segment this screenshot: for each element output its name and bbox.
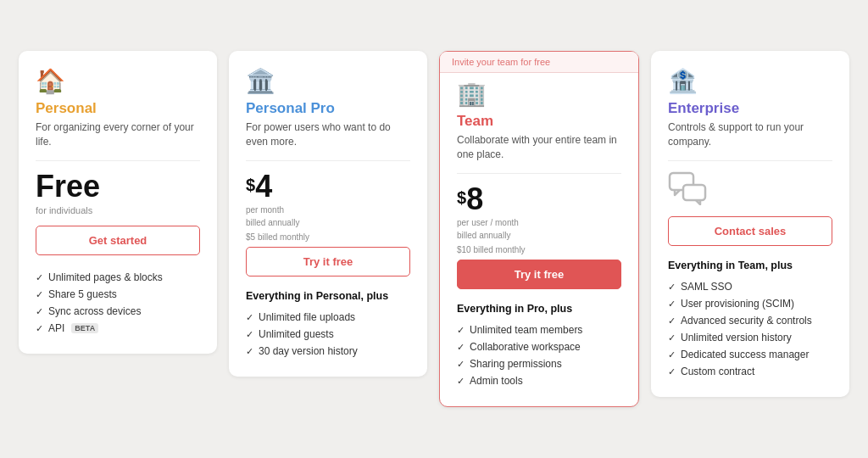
check-icon: ✓ — [36, 306, 43, 317]
price-block-enterprise — [668, 171, 832, 209]
price-block-team: $8 per user / month billed annually $10 … — [457, 184, 621, 256]
feature-list-pro: ✓Unlimited file uploads ✓Unlimited guest… — [246, 309, 410, 360]
feature-text: 30 day version history — [259, 345, 358, 357]
enterprise-icon: 🏦 — [668, 70, 832, 93]
team-icon: 🏢 — [457, 82, 621, 106]
feature-text: Dedicated success manager — [681, 349, 809, 360]
price-monthly-team: $10 billed monthly — [457, 243, 621, 256]
price-monthly-pro: $5 billed monthly — [246, 231, 410, 243]
plan-desc-team: Collaborate with your entire team in one… — [457, 133, 621, 162]
feature-text: Sharing permissions — [470, 358, 562, 370]
feature-text: Unlimited guests — [259, 328, 334, 340]
check-icon: ✓ — [246, 346, 253, 357]
feature-item: ✓Dedicated success manager — [668, 346, 832, 363]
check-icon: ✓ — [457, 325, 465, 336]
feature-item: ✓Sync across devices — [36, 303, 200, 320]
chat-icon — [668, 171, 832, 209]
feature-item: ✓Admin tools — [457, 372, 621, 389]
cta-personal[interactable]: Get started — [36, 226, 200, 255]
personal-pro-icon: 🏛️ — [246, 70, 410, 93]
plan-card-personal-pro: 🏛️ Personal Pro For power users who want… — [229, 51, 427, 377]
feature-text: Unlimited pages & blocks — [48, 271, 163, 283]
check-icon: ✓ — [457, 342, 465, 353]
check-icon: ✓ — [668, 349, 676, 360]
check-icon: ✓ — [457, 376, 465, 387]
feature-text: API — [48, 322, 64, 334]
feature-item: ✓Unlimited file uploads — [246, 309, 410, 326]
features-heading-team: Everything in Pro, plus — [457, 303, 621, 315]
price-personal: Free — [36, 171, 200, 202]
check-icon: ✓ — [246, 329, 253, 340]
plan-card-team: Invite your team for free 🏢 Team Collabo… — [439, 51, 639, 408]
check-icon: ✓ — [36, 272, 43, 283]
feature-item: ✓Unlimited pages & blocks — [36, 269, 200, 286]
price-pro: $4 — [246, 171, 410, 202]
feature-text: Advanced security & controls — [681, 315, 812, 327]
check-icon: ✓ — [246, 312, 253, 323]
price-team: $8 — [457, 184, 621, 215]
feature-text: SAML SSO — [681, 281, 732, 293]
feature-text: Admin tools — [470, 375, 523, 387]
pricing-container: 🏠 Personal For organizing every corner o… — [19, 51, 849, 408]
check-icon: ✓ — [457, 359, 465, 370]
feature-item: ✓Unlimited team members — [457, 321, 621, 338]
plan-desc-enterprise: Controls & support to run your company. — [668, 120, 832, 149]
feature-text: Unlimited version history — [681, 332, 792, 344]
plan-name-team: Team — [457, 113, 621, 130]
plan-desc-personal: For organizing every corner of your life… — [36, 120, 200, 149]
plan-name-personal-pro: Personal Pro — [246, 100, 410, 117]
feature-item: ✓Custom contract — [668, 363, 832, 380]
featured-badge: Invite your team for free — [440, 52, 638, 73]
feature-item: ✓User provisioning (SCIM) — [668, 295, 832, 312]
cta-enterprise[interactable]: Contact sales — [668, 216, 832, 246]
feature-list-personal: ✓Unlimited pages & blocks ✓Share 5 guest… — [36, 269, 200, 337]
feature-item: ✓Advanced security & controls — [668, 312, 832, 329]
price-block-pro: $4 per month billed annually $5 billed m… — [246, 171, 410, 243]
feature-item: ✓Unlimited version history — [668, 329, 832, 346]
price-meta-team: per user / month billed annually — [457, 216, 621, 242]
check-icon: ✓ — [36, 323, 43, 334]
price-individual-personal: for individuals — [36, 205, 200, 215]
api-badge: BETA — [71, 323, 98, 333]
feature-text: User provisioning (SCIM) — [681, 298, 794, 310]
feature-item: ✓Unlimited guests — [246, 326, 410, 343]
feature-list-team: ✓Unlimited team members ✓Collaborative w… — [457, 321, 621, 389]
feature-text: Sync across devices — [48, 305, 141, 317]
check-icon: ✓ — [668, 299, 676, 310]
price-meta-pro: per month billed annually — [246, 204, 410, 229]
feature-item: ✓Share 5 guests — [36, 286, 200, 303]
feature-text: Unlimited file uploads — [259, 311, 355, 323]
check-icon: ✓ — [36, 289, 43, 300]
feature-item: ✓SAML SSO — [668, 278, 832, 295]
plan-card-enterprise: 🏦 Enterprise Controls & support to run y… — [651, 51, 849, 398]
feature-list-enterprise: ✓SAML SSO ✓User provisioning (SCIM) ✓Adv… — [668, 278, 832, 380]
feature-text: Unlimited team members — [470, 324, 582, 336]
plan-card-personal: 🏠 Personal For organizing every corner o… — [19, 51, 217, 355]
check-icon: ✓ — [668, 332, 676, 344]
personal-icon: 🏠 — [36, 70, 200, 93]
feature-text: Collaborative workspace — [470, 341, 581, 353]
feature-item: ✓30 day version history — [246, 343, 410, 360]
check-icon: ✓ — [668, 366, 676, 377]
cta-team[interactable]: Try it free — [457, 260, 621, 289]
feature-item: ✓Collaborative workspace — [457, 338, 621, 355]
svg-rect-1 — [683, 185, 705, 200]
feature-text: Share 5 guests — [48, 288, 117, 300]
plan-desc-personal-pro: For power users who want to do even more… — [246, 120, 410, 149]
plan-name-personal: Personal — [36, 100, 200, 117]
features-heading-pro: Everything in Personal, plus — [246, 290, 410, 302]
feature-item: ✓APIBETA — [36, 320, 200, 337]
feature-text: Custom contract — [681, 366, 754, 377]
check-icon: ✓ — [668, 282, 676, 293]
check-icon: ✓ — [668, 316, 676, 327]
feature-item: ✓Sharing permissions — [457, 355, 621, 372]
plan-name-enterprise: Enterprise — [668, 100, 832, 117]
features-heading-enterprise: Everything in Team, plus — [668, 260, 832, 271]
cta-personal-pro[interactable]: Try it free — [246, 247, 410, 276]
